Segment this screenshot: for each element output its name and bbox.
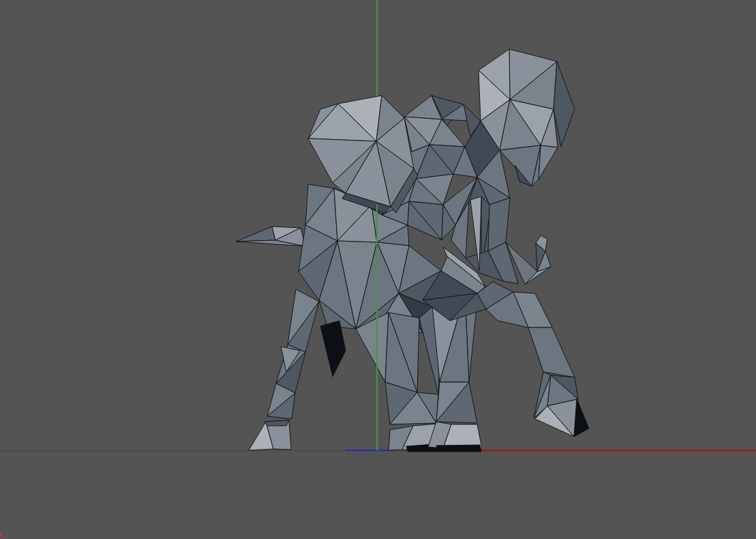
mesh-face [264,420,289,426]
scene-svg [0,0,756,539]
mesh-face [436,445,481,452]
viewport-3d[interactable] [0,0,756,539]
